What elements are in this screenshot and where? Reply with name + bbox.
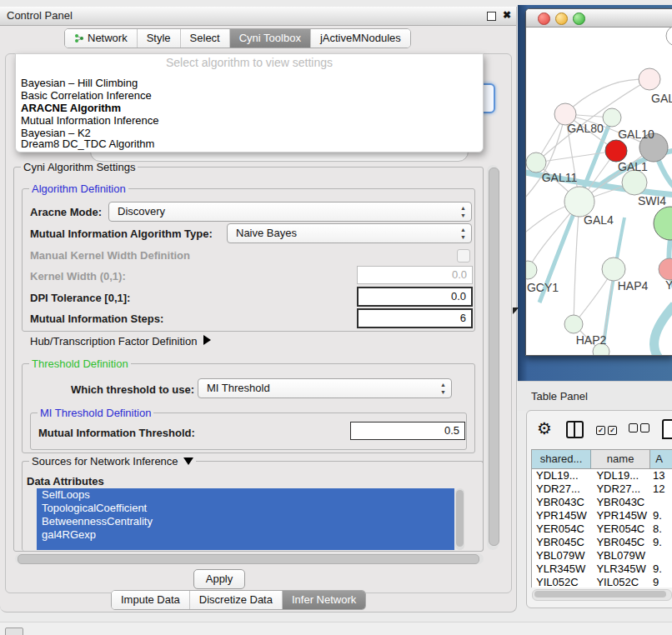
attributes-scrollbar[interactable]	[455, 488, 464, 550]
table-hscroll-thumb[interactable]	[534, 591, 666, 598]
tab-infer-network[interactable]: Infer Network	[282, 591, 365, 609]
manual-kernel-width-checkbox[interactable]	[457, 249, 470, 262]
node-hap4[interactable]	[602, 258, 625, 281]
tab-discretize-data[interactable]: Discretize Data	[189, 591, 282, 609]
node-green-large[interactable]	[654, 207, 672, 240]
gear-icon[interactable]: ⚙	[537, 418, 552, 438]
cell[interactable]: 9.	[653, 562, 672, 576]
cell[interactable]: YDL19...	[532, 469, 592, 482]
table-row[interactable]: YER054CYER054C8.	[532, 522, 672, 536]
tab-impute-data[interactable]: Impute Data	[112, 591, 189, 609]
algorithm-option[interactable]: Basic Correlation Inference	[21, 89, 152, 102]
settings-vertical-scrollbar[interactable]	[487, 165, 499, 550]
table-horizontal-scrollbar[interactable]	[532, 589, 672, 601]
column-header-partial[interactable]: A	[650, 450, 672, 468]
table-row[interactable]: YDR27...YDR27...12	[532, 482, 672, 496]
cell[interactable]: YIL052C	[592, 576, 652, 588]
cell[interactable]: 13	[653, 469, 672, 482]
table-row[interactable]: YPR145WYPR145W9.	[532, 509, 672, 522]
select-all-checks-icon[interactable]: ✓✓	[596, 422, 619, 435]
table-row[interactable]: YIL052CYIL052C9	[532, 576, 672, 588]
mi-steps-field[interactable]: 6	[357, 308, 473, 328]
network-window-titlebar[interactable]	[526, 9, 672, 28]
cell[interactable]: YIL052C	[532, 576, 592, 588]
column-header-shared-name[interactable]: shared...	[532, 450, 591, 468]
cell[interactable]: YBR043C	[532, 496, 592, 509]
algorithm-option[interactable]: Bayesian – Hill Climbing	[21, 77, 138, 89]
network-canvas[interactable]: GAL80 GAL10 GAL11 GAL1 SWI4 GAL4 GCY1 HA…	[526, 28, 672, 355]
attribute-item[interactable]: gal4RGexp	[37, 528, 454, 542]
cell[interactable]: YLR345W	[532, 562, 592, 576]
table-row[interactable]: YBR045CYBR045C9.	[532, 536, 672, 549]
cell[interactable]: YDL19...	[592, 469, 652, 482]
table-row[interactable]: YDL19...YDL19...13	[532, 469, 672, 482]
table-row[interactable]: YLR345WYLR345W9.	[532, 562, 672, 576]
cell[interactable]: YDR27...	[532, 482, 592, 496]
attribute-item[interactable]: TopologicalCoefficient	[37, 502, 454, 515]
mi-threshold-field[interactable]: 0.5	[350, 422, 465, 440]
columns-icon[interactable]	[566, 421, 584, 438]
cell[interactable]	[653, 496, 672, 509]
minimized-panel-icon[interactable]	[5, 628, 23, 635]
column-header-name[interactable]: name	[591, 450, 650, 468]
cell[interactable]: 9.	[653, 509, 672, 522]
settings-horizontal-scrollbar[interactable]	[15, 553, 484, 564]
clear-all-checks-icon[interactable]	[629, 422, 652, 435]
mi-algorithm-type-combo[interactable]: Naive Bayes ▲▼	[227, 223, 472, 243]
control-panel-titlebar[interactable]: Control Panel ✖	[0, 7, 516, 26]
node-hap2[interactable]	[564, 315, 583, 333]
node-gcy1[interactable]	[526, 261, 537, 279]
node-partial[interactable]	[666, 28, 672, 46]
hub-definition-toggle[interactable]: Hub/Transcription Factor Definition	[30, 335, 211, 348]
collapse-arrow-icon[interactable]	[183, 458, 193, 465]
algorithm-option-selected[interactable]: ARACNE Algorithm	[21, 102, 121, 114]
algorithm-option[interactable]: Mutual Information Inference	[21, 114, 158, 127]
cell[interactable]: YER054C	[592, 522, 652, 536]
data-attributes-list[interactable]: SelfLoops TopologicalCoefficient Between…	[37, 488, 454, 550]
node-gal4[interactable]	[564, 187, 594, 217]
window-zoom-button[interactable]	[573, 12, 585, 25]
cell[interactable]: YLR345W	[592, 562, 652, 576]
kernel-width-field[interactable]: 0.0	[357, 266, 473, 284]
tab-jactivemnodules[interactable]: jActiveMNodules	[310, 29, 410, 48]
cell[interactable]: YBL079W	[592, 549, 652, 562]
tab-network[interactable]: Network	[65, 29, 137, 48]
cell[interactable]	[653, 549, 672, 562]
node-salmon[interactable]	[659, 258, 672, 280]
window-minimize-button[interactable]	[555, 12, 568, 25]
node-red-selected[interactable]	[605, 140, 627, 162]
close-icon[interactable]: ✖	[503, 9, 511, 21]
cell[interactable]: YER054C	[532, 522, 592, 536]
algorithm-option[interactable]: Dream8 DC_TDC Algorithm	[21, 138, 154, 150]
attribute-item[interactable]: SelfLoops	[37, 488, 454, 502]
cell[interactable]: YBR045C	[592, 536, 652, 549]
table-row[interactable]: YBR043CYBR043C	[532, 496, 672, 509]
cell[interactable]: YBL079W	[532, 549, 592, 562]
window-close-button[interactable]	[538, 12, 550, 25]
node-gal10[interactable]	[603, 108, 621, 127]
node-gal11[interactable]	[526, 152, 546, 172]
cell[interactable]: YPR145W	[592, 509, 652, 522]
apply-button[interactable]: Apply	[193, 569, 245, 589]
settings-hscroll-thumb[interactable]	[18, 554, 479, 564]
cell[interactable]: 8.	[653, 522, 672, 536]
cell[interactable]: 12	[653, 482, 672, 496]
tab-cyni-toolbox[interactable]: Cyni Toolbox	[229, 29, 310, 48]
dpi-tolerance-field[interactable]: 0.0	[357, 287, 473, 307]
tab-select[interactable]: Select	[180, 29, 229, 48]
cell[interactable]: YDR27...	[592, 482, 652, 496]
attribute-item[interactable]: BetweennessCentrality	[37, 515, 454, 528]
tab-style[interactable]: Style	[137, 29, 180, 48]
aracne-mode-combo[interactable]: Discovery ▲▼	[108, 202, 472, 222]
node-gal1[interactable]	[622, 170, 647, 195]
cell[interactable]: 9.	[653, 536, 672, 549]
table-row[interactable]: YBL079WYBL079W	[532, 549, 672, 562]
float-window-icon[interactable]	[487, 12, 496, 21]
node-gal7[interactable]	[639, 68, 660, 90]
table-body[interactable]: YDL19...YDL19...13 YDR27...YDR27...12 YB…	[531, 469, 672, 588]
cell[interactable]: 9	[653, 576, 672, 588]
attributes-scrollbar-thumb[interactable]	[456, 490, 464, 547]
settings-vscroll-thumb[interactable]	[489, 168, 499, 546]
document-icon[interactable]	[662, 419, 672, 439]
cell[interactable]: YBR045C	[532, 536, 592, 549]
